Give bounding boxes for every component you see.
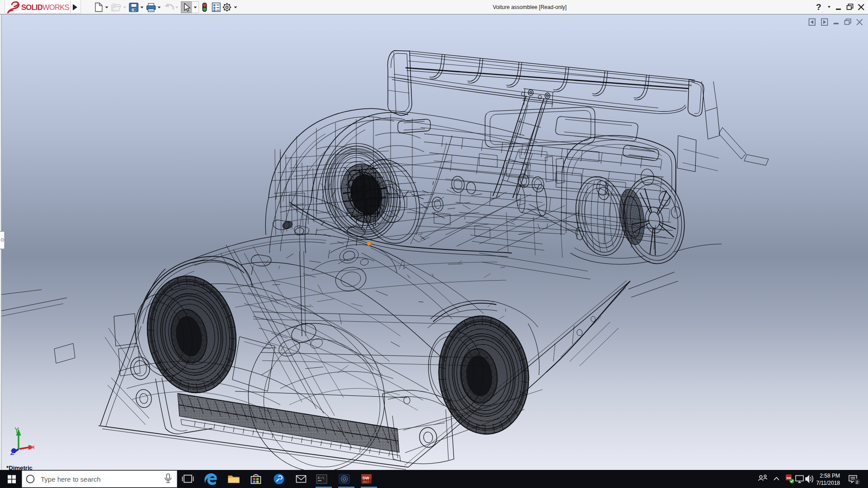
svg-text:2: 2 (856, 479, 858, 484)
svg-text:SOLIDWORKS: SOLIDWORKS (21, 3, 69, 11)
svg-text:?: ? (816, 2, 821, 12)
svg-text:*Dimetric: *Dimetric (6, 465, 33, 470)
svg-text:2017: 2017 (363, 480, 369, 483)
svg-text:sw: sw (787, 476, 791, 480)
svg-text:C:\: C:\ (318, 476, 325, 480)
svg-text:SW: SW (363, 475, 369, 480)
